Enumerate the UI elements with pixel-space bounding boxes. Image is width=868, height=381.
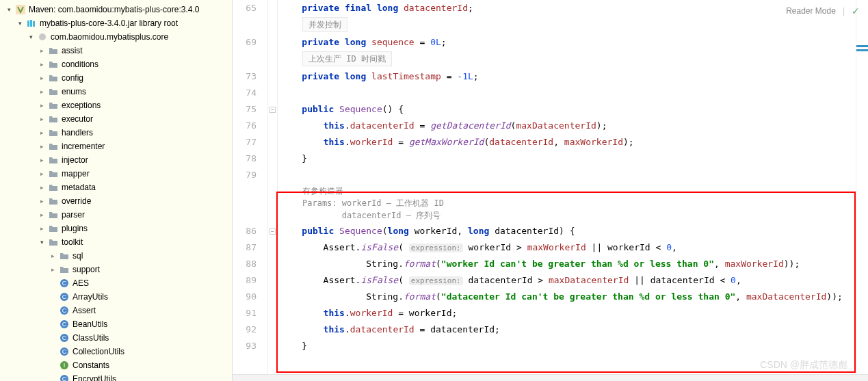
check-icon[interactable]: ✓ bbox=[852, 3, 860, 19]
tree-folder-config[interactable]: config bbox=[0, 71, 232, 85]
tree-class-Constants[interactable]: IConstants bbox=[0, 358, 232, 372]
folder-icon bbox=[48, 182, 59, 193]
project-tree[interactable]: Maven: com.baomidou:mybatis-plus-core:3.… bbox=[0, 0, 233, 381]
code-line[interactable] bbox=[280, 85, 856, 101]
tree-folder-metadata[interactable]: metadata bbox=[0, 181, 232, 194]
class-icon: C bbox=[59, 332, 70, 343]
tree-folder-assist[interactable]: assist bbox=[0, 44, 232, 57]
tree-folder-sql[interactable]: sql bbox=[0, 249, 232, 263]
tree-label: config bbox=[62, 73, 83, 83]
tree-class-ArrayUtils[interactable]: CArrayUtils bbox=[0, 290, 232, 304]
tree-folder-override[interactable]: override bbox=[0, 194, 232, 208]
tree-class-AES[interactable]: CAES bbox=[0, 276, 232, 290]
horizontal-scrollbar[interactable] bbox=[233, 374, 868, 381]
code-line[interactable]: private long lastTimestamp = -1L; bbox=[280, 68, 856, 85]
svg-point-4 bbox=[39, 34, 46, 40]
tree-label: mapper bbox=[62, 169, 90, 179]
folder-icon bbox=[48, 209, 59, 220]
tree-class-EncryptUtils[interactable]: CEncryptUtils bbox=[0, 372, 232, 381]
code-line[interactable]: public Sequence() { bbox=[280, 101, 856, 118]
folder-icon bbox=[48, 86, 59, 97]
tree-label: exceptions bbox=[62, 101, 101, 110]
doc-inline: 并发控制 bbox=[280, 16, 856, 34]
chevron-down-icon bbox=[27, 34, 34, 40]
chevron-down-icon bbox=[38, 239, 45, 246]
code-line[interactable]: } bbox=[280, 150, 856, 167]
tree-class-Assert[interactable]: CAssert bbox=[0, 304, 232, 317]
reader-mode-label[interactable]: Reader Mode bbox=[786, 3, 836, 19]
tree-folder-plugins[interactable]: plugins bbox=[0, 222, 232, 235]
svg-rect-2 bbox=[30, 20, 32, 27]
class-icon: C bbox=[59, 373, 70, 381]
tree-label: BeanUtils bbox=[73, 319, 107, 329]
class-icon: C bbox=[59, 346, 70, 357]
tree-label: EncryptUtils bbox=[73, 374, 116, 381]
class-icon: C bbox=[59, 291, 70, 302]
chevron-right-icon bbox=[49, 266, 56, 273]
class-icon: C bbox=[59, 319, 70, 330]
tree-folder-executor[interactable]: executor bbox=[0, 112, 232, 126]
chevron-down-icon bbox=[5, 6, 12, 13]
tree-label: Assert bbox=[73, 306, 96, 315]
tree-folder-enums[interactable]: enums bbox=[0, 85, 232, 98]
svg-rect-3 bbox=[33, 21, 35, 27]
code-line[interactable] bbox=[280, 167, 856, 183]
svg-text:C: C bbox=[62, 293, 67, 300]
tree-maven-root[interactable]: Maven: com.baomidou:mybatis-plus-core:3.… bbox=[0, 3, 232, 16]
tree-class-CollectionUtils[interactable]: CCollectionUtils bbox=[0, 345, 232, 358]
folder-icon bbox=[48, 127, 59, 138]
class-icon: C bbox=[59, 278, 70, 289]
code-area[interactable]: private final long datacenterId;并发控制 pri… bbox=[278, 0, 856, 381]
tree-folder-exceptions[interactable]: exceptions bbox=[0, 98, 232, 112]
tree-label: metadata bbox=[62, 183, 96, 192]
tree-jar[interactable]: mybatis-plus-core-3.4.0.jar library root bbox=[0, 16, 232, 30]
folder-icon bbox=[48, 114, 59, 124]
tree-folder-support[interactable]: support bbox=[0, 263, 232, 276]
tree-folder-injector[interactable]: injector bbox=[0, 153, 232, 167]
code-line[interactable]: this.datacenterId = getDatacenterId(maxD… bbox=[280, 118, 856, 134]
class-icon: C bbox=[59, 305, 70, 316]
tree-folder-incrementer[interactable]: incrementer bbox=[0, 140, 232, 153]
code-line[interactable]: private final long datacenterId; bbox=[280, 0, 856, 16]
tree-label: plugins bbox=[62, 224, 88, 233]
maven-icon bbox=[15, 4, 26, 15]
fold-column[interactable]: −− bbox=[268, 0, 278, 381]
folder-icon bbox=[59, 264, 70, 275]
chevron-right-icon bbox=[38, 88, 45, 95]
code-line[interactable]: public Sequence(long workerId, long data… bbox=[280, 223, 856, 239]
tree-class-BeanUtils[interactable]: CBeanUtils bbox=[0, 317, 232, 331]
code-editor[interactable]: 6569737475767778798687888990919293 −− pr… bbox=[233, 0, 868, 381]
tree-folder-handlers[interactable]: handlers bbox=[0, 126, 232, 140]
tree-label: injector bbox=[62, 155, 88, 165]
tree-label: handlers bbox=[62, 128, 93, 137]
code-line[interactable]: private long sequence = 0L; bbox=[280, 34, 856, 51]
code-line[interactable]: this.workerId = workerId; bbox=[280, 305, 856, 321]
code-line[interactable]: this.datacenterId = datacenterId; bbox=[280, 321, 856, 338]
tree-class-ClassUtils[interactable]: CClassUtils bbox=[0, 331, 232, 345]
tree-package[interactable]: com.baomidou.mybatisplus.core bbox=[0, 30, 232, 44]
chevron-right-icon bbox=[38, 211, 45, 218]
tree-label: Constants bbox=[73, 360, 109, 370]
marker-bar[interactable] bbox=[856, 0, 868, 381]
tree-label: assist bbox=[62, 46, 83, 55]
code-line[interactable]: String.format("datacenter Id can't be gr… bbox=[280, 289, 856, 305]
code-line[interactable]: Assert.isFalse( expression: workerId > m… bbox=[280, 239, 856, 256]
folder-icon bbox=[48, 59, 59, 70]
folder-icon bbox=[48, 73, 59, 83]
svg-text:C: C bbox=[62, 376, 67, 381]
chevron-right-icon bbox=[38, 75, 45, 81]
folder-icon bbox=[48, 141, 59, 152]
editor-toolbar: Reader Mode | ✓ bbox=[786, 3, 860, 19]
tree-folder-mapper[interactable]: mapper bbox=[0, 167, 232, 181]
tree-folder-parser[interactable]: parser bbox=[0, 208, 232, 222]
tree-label: parser bbox=[62, 210, 85, 220]
tree-folder-toolkit[interactable]: toolkit bbox=[0, 235, 232, 249]
code-line[interactable]: String.format("worker Id can't be greate… bbox=[280, 256, 856, 272]
code-line[interactable]: this.workerId = getMaxWorkerId(datacente… bbox=[280, 134, 856, 150]
code-line[interactable]: } bbox=[280, 338, 856, 354]
chevron-right-icon bbox=[38, 225, 45, 232]
svg-text:C: C bbox=[62, 280, 67, 287]
code-line[interactable]: Assert.isFalse( expression: datacenterId… bbox=[280, 272, 856, 289]
tree-folder-conditions[interactable]: conditions bbox=[0, 57, 232, 71]
folder-icon bbox=[59, 250, 70, 261]
